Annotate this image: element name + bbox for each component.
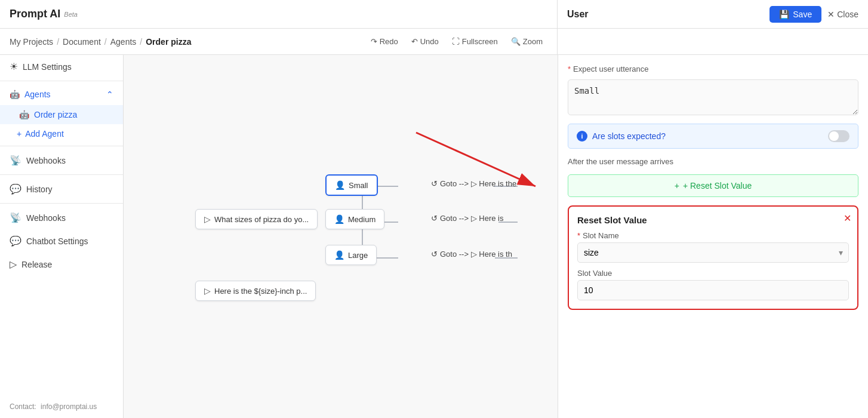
app-title: Prompt AI xyxy=(10,8,60,20)
slot-value-input[interactable] xyxy=(577,280,849,300)
reset-card-close-button[interactable]: ✕ xyxy=(844,213,851,224)
sidebar-item-webhooks-bottom[interactable]: 📡 Webhooks xyxy=(0,206,123,229)
plus-icon: + xyxy=(17,129,21,139)
history-icon: 💬 xyxy=(10,183,21,195)
canvas-node-medium[interactable]: 👤 Medium xyxy=(325,209,384,229)
chevron-up-icon: ⌃ xyxy=(106,90,113,99)
fullscreen-icon: ⛶ xyxy=(452,37,460,46)
canvas-node-goto-medium[interactable]: ↺ Goto --> ▷ Here is xyxy=(431,214,503,223)
breadcrumb-toolbar-row: My Projects / Document / Agents / Order … xyxy=(0,29,868,55)
canvas-node-goto-small[interactable]: ↺ Goto --> ▷ Here is the xyxy=(431,179,516,188)
node-text-large: Large xyxy=(348,251,368,260)
utterance-textarea[interactable] xyxy=(568,79,858,115)
sidebar-footer: Contact: info@promptai.us xyxy=(0,395,123,418)
sidebar-item-llm-settings[interactable]: ☀ LLM Settings xyxy=(0,55,123,78)
breadcrumb: My Projects / Document / Agents / Order … xyxy=(0,29,558,55)
redo-button[interactable]: ↷ Redo xyxy=(366,35,403,48)
info-icon: i xyxy=(577,131,587,142)
top-header: Prompt AI Beta User 💾 Save ✕ Close xyxy=(0,0,868,29)
reset-slot-card: ✕ Reset Slot Value * Slot Name size xyxy=(568,205,858,310)
user-icon-large: 👤 xyxy=(334,250,344,260)
canvas-node-here-is[interactable]: ▷ Here is the ${size}-inch p... xyxy=(195,281,316,301)
save-button[interactable]: 💾 Save xyxy=(769,6,821,23)
goto-icon-small: ↺ xyxy=(431,179,438,188)
sidebar-item-history[interactable]: 💬 History xyxy=(0,177,123,201)
breadcrumb-document[interactable]: Document xyxy=(63,37,101,47)
main-layout: ☀ LLM Settings 🤖 Agents ⌃ 🤖 Order pizza … xyxy=(0,55,868,418)
right-panel-title: User xyxy=(567,9,589,20)
undo-icon: ↶ xyxy=(411,37,418,46)
breadcrumb-order-pizza: Order pizza xyxy=(146,37,191,47)
slots-toggle[interactable] xyxy=(828,130,849,142)
utterance-label: * Expect user utterance xyxy=(568,64,858,73)
utterance-field: * Expect user utterance xyxy=(568,64,858,115)
bot-icon: ▷ xyxy=(204,214,211,224)
goto-icon-medium: ↺ xyxy=(431,214,438,223)
close-x-icon: ✕ xyxy=(827,10,835,19)
sidebar-item-chatbot-settings[interactable]: 💬 Chatbot Settings xyxy=(0,229,123,253)
required-star: * xyxy=(568,64,571,73)
canvas-node-small[interactable]: 👤 Small xyxy=(325,174,378,196)
zoom-icon: 🔍 xyxy=(511,37,521,46)
user-icon-medium: 👤 xyxy=(334,214,344,224)
sidebar-item-webhooks-top[interactable]: 📡 Webhooks xyxy=(0,149,123,172)
slot-name-select-wrap: size xyxy=(577,242,849,263)
save-icon: 💾 xyxy=(779,10,789,19)
sidebar-agents-header[interactable]: 🤖 Agents ⌃ xyxy=(0,84,123,105)
canvas-area[interactable]: ▷ What sizes of pizza do yo... 👤 Small 👤… xyxy=(124,55,558,418)
chatbot-settings-icon: 💬 xyxy=(10,235,21,247)
canvas-node-what-sizes[interactable]: ▷ What sizes of pizza do yo... xyxy=(195,209,318,229)
node-text-medium: Medium xyxy=(348,215,375,224)
slot-name-field: * Slot Name size xyxy=(577,231,849,263)
sidebar: ☀ LLM Settings 🤖 Agents ⌃ 🤖 Order pizza … xyxy=(0,55,124,418)
webhook2-icon: 📡 xyxy=(10,212,21,223)
fullscreen-button[interactable]: ⛶ Fullscreen xyxy=(447,35,503,48)
plus-green-icon: + xyxy=(675,181,679,190)
canvas-node-large[interactable]: 👤 Large xyxy=(325,245,377,265)
slot-value-label: Slot Value xyxy=(577,269,849,278)
breadcrumb-my-projects[interactable]: My Projects xyxy=(10,37,53,47)
breadcrumb-agents[interactable]: Agents xyxy=(110,37,137,47)
agents-icon: 🤖 xyxy=(10,90,20,99)
close-button[interactable]: ✕ Close xyxy=(827,10,858,19)
webhook-icon: 📡 xyxy=(10,155,21,166)
right-panel-header: User 💾 Save ✕ Close xyxy=(558,0,868,28)
agent-icon: 🤖 xyxy=(19,110,29,119)
app-header-left: Prompt AI Beta xyxy=(0,0,558,28)
cloud-icon: ☀ xyxy=(10,61,18,72)
toggle-knob xyxy=(829,131,839,141)
sidebar-add-agent[interactable]: + Add Agent xyxy=(0,124,123,143)
canvas-svg xyxy=(124,55,558,418)
right-panel: * Expect user utterance i Are slots expe… xyxy=(558,55,868,418)
node-text-what-sizes: What sizes of pizza do yo... xyxy=(214,215,309,224)
right-panel-toolbar-spacer xyxy=(558,29,868,54)
beta-badge: Beta xyxy=(64,11,78,18)
bot-icon-here: ▷ xyxy=(204,286,211,296)
zoom-button[interactable]: 🔍 Zoom xyxy=(506,35,547,48)
slot-name-label: * Slot Name xyxy=(577,231,849,240)
node-text-small: Small xyxy=(349,181,368,190)
add-reset-slot-button[interactable]: + + Reset Slot Value xyxy=(568,174,858,197)
sidebar-item-release[interactable]: ▷ Release xyxy=(0,253,123,276)
sidebar-item-order-pizza[interactable]: 🤖 Order pizza xyxy=(0,105,123,124)
svg-line-9 xyxy=(416,133,535,186)
user-icon-small: 👤 xyxy=(335,180,345,190)
undo-button[interactable]: ↶ Undo xyxy=(407,35,444,48)
slots-expected-box: i Are slots expected? xyxy=(568,124,858,149)
after-user-label: After the user message arrives xyxy=(568,157,858,166)
goto-icon-large: ↺ xyxy=(431,250,438,259)
redo-icon: ↷ xyxy=(371,37,377,46)
node-text-here-is: Here is the ${size}-inch p... xyxy=(214,287,307,296)
canvas-node-goto-large[interactable]: ↺ Goto --> ▷ Here is th xyxy=(431,250,512,259)
slot-value-field: Slot Value xyxy=(577,269,849,300)
reset-card-title: Reset Slot Value xyxy=(577,215,849,225)
slot-name-select[interactable]: size xyxy=(577,242,849,263)
right-panel-content: * Expect user utterance i Are slots expe… xyxy=(558,55,868,319)
release-icon: ▷ xyxy=(10,259,17,270)
